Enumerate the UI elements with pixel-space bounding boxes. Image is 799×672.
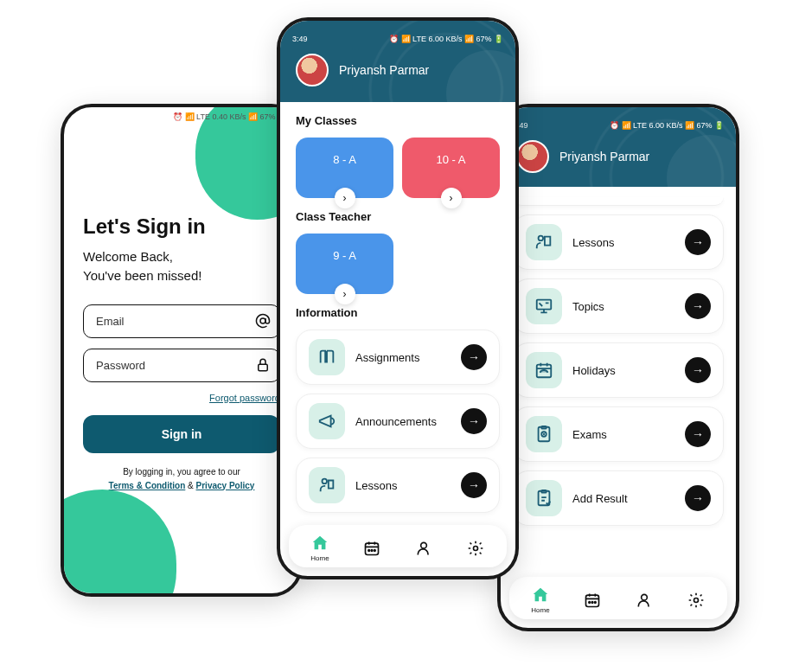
- status-indicators: ⏰ 📶 LTE 0.40 KB/s 📶 67% 🔋: [173, 112, 287, 121]
- phone-dashboard: 3:49 ⏰ 📶 LTE 6.00 KB/s 📶 67% 🔋 Priyansh …: [277, 17, 519, 579]
- class-card-9a[interactable]: 9 - A ›: [296, 234, 393, 294]
- list-label: Lessons: [572, 236, 674, 249]
- arrow-right-icon[interactable]: →: [461, 472, 487, 498]
- menu-item-add-result[interactable]: Add Result →: [513, 470, 724, 526]
- assignments-icon: [309, 339, 345, 375]
- signin-title: Let's Sign in: [83, 214, 280, 239]
- privacy-link[interactable]: Privacy Policy: [196, 481, 255, 490]
- status-time: 3:49: [292, 35, 308, 43]
- list-label: Exams: [572, 428, 674, 441]
- class-label: 10 - A: [437, 153, 466, 166]
- svg-point-6: [374, 549, 376, 551]
- svg-point-7: [421, 542, 427, 548]
- nav-label: Home: [531, 606, 549, 614]
- lock-icon: [255, 357, 271, 373]
- info-item-announcements[interactable]: Announcements →: [296, 394, 500, 449]
- svg-point-18: [589, 601, 591, 603]
- menu-body: Lessons → Topics → Holidays → Exams → Ad…: [501, 192, 736, 526]
- menu-item-exams[interactable]: Exams →: [513, 406, 724, 462]
- forgot-password-link[interactable]: Forgot password: [83, 393, 280, 403]
- person-icon: [635, 591, 654, 610]
- arrow-right-icon[interactable]: →: [685, 421, 711, 447]
- svg-point-22: [694, 598, 699, 602]
- nav-settings[interactable]: [466, 539, 485, 558]
- holidays-icon: [526, 352, 562, 388]
- svg-point-2: [323, 479, 328, 484]
- svg-point-19: [591, 601, 593, 603]
- svg-rect-1: [259, 364, 268, 371]
- password-field[interactable]: Password: [83, 349, 280, 382]
- class-teacher-title: Class Teacher: [296, 210, 500, 223]
- svg-point-9: [539, 236, 544, 241]
- list-label: Announcements: [355, 415, 451, 428]
- list-label: Holidays: [572, 364, 674, 377]
- nav-profile[interactable]: [635, 591, 654, 610]
- gear-icon: [687, 591, 706, 610]
- information-title: Information: [296, 306, 500, 319]
- lessons-icon: [309, 467, 345, 503]
- home-icon: [310, 534, 329, 553]
- status-bar: ⏰ 📶 LTE 0.40 KB/s 📶 67% 🔋: [64, 107, 299, 126]
- arrow-right-icon[interactable]: →: [685, 485, 711, 511]
- svg-point-5: [371, 549, 373, 551]
- arrow-right-icon[interactable]: →: [461, 344, 487, 370]
- avatar: [516, 140, 549, 173]
- add-result-icon: [526, 480, 562, 516]
- arrow-right-icon[interactable]: →: [461, 408, 487, 434]
- phone-menu: 3:49 ⏰ 📶 LTE 6.00 KB/s 📶 67% 🔋 Priyansh …: [497, 104, 739, 631]
- class-card-10a[interactable]: 10 - A ›: [402, 138, 500, 198]
- info-item-lessons[interactable]: Lessons →: [296, 458, 500, 513]
- nav-calendar[interactable]: [362, 539, 381, 558]
- password-placeholder: Password: [96, 359, 145, 372]
- arrow-right-icon[interactable]: →: [685, 357, 711, 383]
- exams-icon: [526, 416, 562, 452]
- chevron-right-icon[interactable]: ›: [441, 188, 462, 208]
- announcements-icon: [309, 403, 345, 439]
- arrow-right-icon[interactable]: →: [685, 293, 711, 319]
- nav-home[interactable]: Home: [310, 534, 329, 562]
- svg-point-4: [368, 549, 370, 551]
- class-label: 9 - A: [333, 249, 356, 262]
- terms-link[interactable]: Terms & Condition: [109, 481, 186, 490]
- agree-prefix: By logging in, you agree to our: [123, 467, 240, 477]
- amp: &: [185, 481, 195, 490]
- menu-item-topics[interactable]: Topics →: [513, 278, 724, 334]
- my-classes-title: My Classes: [296, 114, 500, 127]
- bottom-nav: Home: [509, 577, 727, 619]
- calendar-icon: [362, 539, 381, 558]
- phone-signin: ⏰ 📶 LTE 0.40 KB/s 📶 67% 🔋 Let's Sign in …: [61, 104, 303, 597]
- dashboard-body: My Classes 8 - A › 10 - A › Class Teache…: [280, 102, 515, 522]
- home-icon: [531, 586, 550, 605]
- chevron-right-icon[interactable]: ›: [335, 188, 355, 208]
- calendar-icon: [583, 591, 602, 610]
- svg-point-8: [474, 546, 478, 550]
- agree-text: By logging in, you agree to our Terms & …: [83, 465, 280, 493]
- person-icon: [414, 539, 433, 558]
- svg-point-0: [260, 318, 265, 323]
- list-row-partial: [513, 197, 724, 206]
- nav-settings[interactable]: [687, 591, 706, 610]
- gear-icon: [466, 539, 485, 558]
- welcome-line1: Welcome Back,: [83, 249, 173, 264]
- svg-point-20: [595, 601, 597, 603]
- nav-calendar[interactable]: [583, 591, 602, 610]
- signin-button[interactable]: Sign in: [83, 415, 280, 453]
- class-label: 8 - A: [333, 153, 356, 166]
- list-label: Lessons: [355, 479, 451, 492]
- email-field[interactable]: Email: [83, 304, 280, 338]
- welcome-line2: You've been missed!: [83, 268, 201, 283]
- menu-item-holidays[interactable]: Holidays →: [513, 342, 724, 398]
- lessons-icon: [526, 224, 562, 260]
- chevron-right-icon[interactable]: ›: [335, 284, 355, 304]
- list-label: Add Result: [572, 492, 674, 505]
- nav-label: Home: [310, 554, 329, 562]
- info-item-assignments[interactable]: Assignments →: [296, 330, 500, 385]
- header: 3:49 ⏰ 📶 LTE 6.00 KB/s 📶 67% 🔋 Priyansh …: [280, 21, 515, 102]
- menu-item-lessons[interactable]: Lessons →: [513, 214, 724, 270]
- class-card-8a[interactable]: 8 - A ›: [296, 138, 393, 198]
- arrow-right-icon[interactable]: →: [685, 229, 711, 255]
- topics-icon: [526, 288, 562, 324]
- nav-home[interactable]: Home: [531, 586, 550, 614]
- svg-rect-10: [537, 300, 552, 310]
- nav-profile[interactable]: [414, 539, 433, 558]
